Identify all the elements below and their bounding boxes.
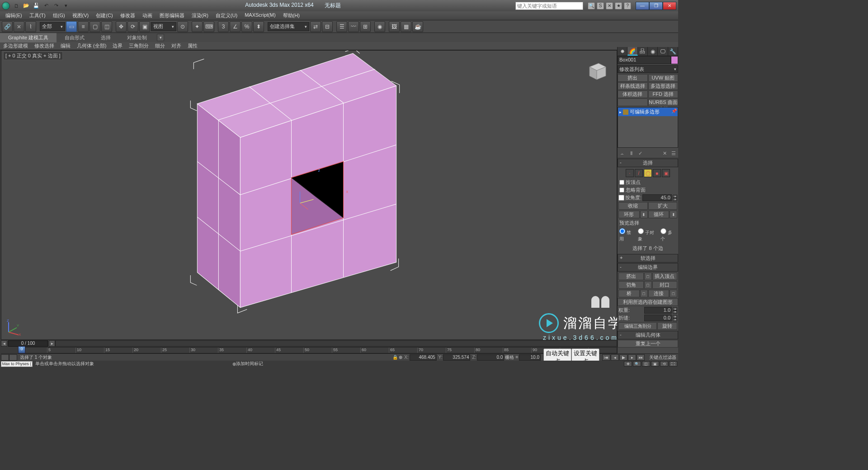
play-icon[interactable]: ▶ [619, 354, 627, 361]
pan-icon[interactable]: ✥ [624, 361, 632, 367]
curve-editor-icon[interactable]: 〰 [348, 21, 359, 32]
border-level-icon[interactable]: ◯ [644, 169, 652, 177]
menu-customize[interactable]: 自定义(U) [212, 11, 241, 20]
remove-modifier-icon[interactable]: ✕ [661, 150, 668, 157]
rollout-edit-geometry[interactable]: 编辑几何体 [618, 331, 678, 339]
preview-off-radio[interactable] [619, 228, 625, 234]
turn-button[interactable]: 旋转 [657, 322, 677, 330]
close-button[interactable]: ✕ [663, 2, 676, 10]
pivot-icon[interactable]: ⊙ [177, 21, 188, 32]
time-slider[interactable]: 0 [18, 346, 25, 353]
ribbon-panel-tri[interactable]: 三角剖分 [126, 42, 152, 50]
by-vertex-checkbox[interactable] [619, 180, 624, 185]
app-menu-icon[interactable] [2, 2, 10, 10]
named-selection-combo[interactable]: 创建选择集 [268, 22, 309, 31]
by-angle-checkbox[interactable] [618, 195, 624, 201]
cmd-tab-hierarchy-icon[interactable]: 品 [638, 47, 648, 56]
bind-icon[interactable]: ⌇ [25, 21, 36, 32]
stack-item-editable-poly[interactable]: 可编辑多边形 [618, 108, 678, 116]
time-ruler[interactable]: 0510152025303540455055606570758085909510… [18, 347, 617, 353]
keyboard-shortcut-icon[interactable]: ⌨ [203, 21, 214, 32]
timeline-scroll-right-icon[interactable]: ▸ [49, 340, 55, 347]
rollout-selection[interactable]: 选择 [618, 159, 678, 167]
menu-tools[interactable]: 工具(T) [26, 11, 49, 20]
btn-nurbs-surf-select[interactable]: NURBS 曲面选择 [648, 99, 679, 106]
ribbon-panel-subdivision[interactable]: 细分 [152, 42, 168, 50]
render-setup-icon[interactable]: 🖼 [389, 21, 400, 32]
chamfer-settings-icon[interactable]: □ [644, 281, 652, 289]
btn-ffd-select[interactable]: FFD 选择 [648, 90, 679, 98]
ribbon-tab-freeform[interactable]: 自由形式 [57, 33, 93, 42]
preview-subobj-radio[interactable] [638, 228, 644, 234]
menu-rendering[interactable]: 渲染(R) [188, 11, 212, 20]
btn-vol-select[interactable]: 体积选择 [618, 90, 648, 98]
repeat-last-button[interactable]: 重复上一个 [618, 340, 678, 348]
layers-icon[interactable]: ☰ [336, 21, 347, 32]
bridge-settings-icon[interactable]: □ [640, 290, 648, 297]
z-value[interactable]: 0.0 [477, 354, 504, 361]
vertex-level-icon[interactable]: · [626, 169, 634, 177]
timeline-scroll-left-icon[interactable]: ◂ [1, 340, 7, 347]
object-color-swatch[interactable] [671, 56, 678, 64]
window-crossing-icon[interactable]: ◫ [101, 21, 112, 32]
lock-selection-icon[interactable]: 🔒 [392, 355, 398, 360]
sel-lock-icon[interactable] [1, 354, 9, 361]
configure-sets-icon[interactable]: ☰ [670, 150, 677, 157]
mirror-icon[interactable]: ⇄ [310, 21, 321, 32]
new-icon[interactable]: 🗋 [12, 2, 21, 10]
extrude-settings-icon[interactable]: □ [644, 273, 652, 280]
time-tag-icon[interactable]: ⊕ [232, 362, 236, 367]
show-end-result-icon[interactable]: Ⅱ [627, 150, 635, 157]
zoom-extents-icon[interactable]: ▣ [651, 361, 659, 367]
insert-vertex-button[interactable]: 插入顶点 [652, 273, 678, 280]
exchange-icon[interactable]: ✕ [606, 2, 613, 9]
crease-value[interactable]: 0.0 [644, 315, 672, 321]
cmd-tab-utilities-icon[interactable]: 🔧 [668, 47, 678, 56]
menu-modifiers[interactable]: 修改器 [117, 11, 139, 20]
prev-frame-icon[interactable]: ◂ [611, 354, 619, 361]
subscription-icon[interactable]: S [597, 2, 604, 9]
menu-help[interactable]: 帮助(H) [279, 11, 303, 20]
search-icon[interactable]: 🔍 [588, 2, 595, 9]
cmd-tab-modify-icon[interactable]: 🌈 [627, 47, 637, 56]
goto-start-icon[interactable]: ⏮ [602, 354, 610, 361]
menu-edit[interactable]: 编辑(E) [2, 11, 26, 20]
menu-graph-editors[interactable]: 图形编辑器 [156, 11, 188, 20]
timeline-track[interactable] [55, 340, 617, 347]
grow-button[interactable]: 扩大 [648, 202, 678, 210]
open-icon[interactable]: 📂 [22, 2, 31, 10]
maximize-vp-icon[interactable]: ⛶ [669, 361, 677, 367]
manipulate-icon[interactable]: ✦ [192, 21, 203, 32]
iso-sel-icon[interactable] [9, 354, 17, 361]
goto-end-icon[interactable]: ⏭ [637, 354, 645, 361]
ref-coord-combo[interactable]: 视图 [151, 22, 176, 31]
link-icon[interactable]: 🔗 [2, 21, 13, 32]
stack-pin-icon[interactable]: 📌 [671, 108, 677, 113]
ribbon-panel-properties[interactable]: 属性 [184, 42, 201, 50]
rotate-icon[interactable]: ⟳ [127, 21, 138, 32]
cmd-tab-create-icon[interactable]: ✸ [618, 47, 627, 56]
angle-snap-icon[interactable]: ∠ [230, 21, 241, 32]
btn-extrude[interactable]: 挤出 [618, 74, 648, 82]
selection-filter-combo[interactable]: 全部 [40, 22, 65, 31]
weight-value[interactable]: 1.0 [644, 307, 672, 314]
add-time-tag-label[interactable]: 添加时间标记 [236, 361, 263, 367]
render-production-icon[interactable]: ☕ [412, 21, 423, 32]
qat-dropdown-icon[interactable]: ▾ [61, 2, 71, 10]
element-level-icon[interactable]: ▣ [662, 169, 670, 177]
connect-button[interactable]: 连接 [648, 290, 670, 297]
rendered-frame-icon[interactable]: ▦ [401, 21, 411, 32]
make-unique-icon[interactable]: ✓ [637, 150, 644, 157]
unlink-icon[interactable]: ⤫ [14, 21, 24, 32]
ribbon-toggle-icon[interactable]: ▾ [157, 34, 164, 41]
chamfer-button[interactable]: 切角 [618, 281, 644, 289]
cap-button[interactable]: 封口 [652, 281, 678, 289]
help-icon[interactable]: ? [624, 2, 631, 9]
edge-level-icon[interactable]: / [635, 169, 643, 177]
btn-spline-select[interactable]: 样条线选择 [618, 82, 648, 90]
abs-mode-icon[interactable]: ⊕ [399, 355, 402, 360]
ribbon-panel-geometry[interactable]: 几何体 (全部) [74, 42, 109, 50]
redo-icon[interactable]: ↷ [52, 2, 61, 10]
maxscript-mini-listener[interactable]: Max to Physes ( [1, 361, 33, 367]
next-frame-icon[interactable]: ▸ [628, 354, 636, 361]
